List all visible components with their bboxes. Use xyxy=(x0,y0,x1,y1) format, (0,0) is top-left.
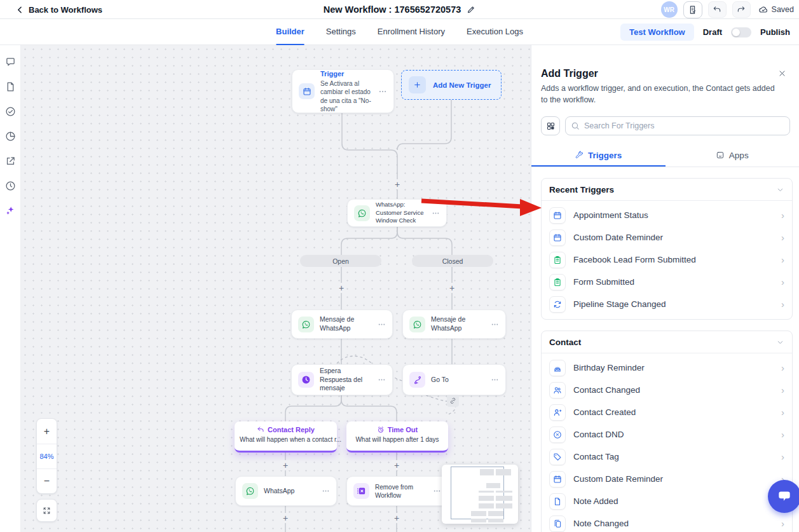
zoom-level: 84% xyxy=(37,444,57,468)
trigger-item-appointment-status[interactable]: Appointment Status xyxy=(542,204,792,226)
add-step-icon[interactable] xyxy=(392,513,402,523)
tab-builder[interactable]: Builder xyxy=(276,19,304,45)
whatsapp-icon xyxy=(354,205,370,221)
external-link-icon[interactable] xyxy=(5,156,16,167)
trigger-item-form-submitted[interactable]: Form Submitted xyxy=(542,271,792,293)
remove-from-workflow-node[interactable]: Remove from Workflow xyxy=(346,476,448,506)
whatsapp-node[interactable]: WhatsApp xyxy=(235,476,337,506)
check-circle-icon[interactable] xyxy=(5,106,16,117)
clipboard-icon xyxy=(549,274,566,290)
trigger-item-pipeline-stage-changed[interactable]: Pipeline Stage Changed xyxy=(542,293,792,315)
close-icon[interactable] xyxy=(778,69,786,78)
history-icon[interactable] xyxy=(5,181,16,191)
tag-icon xyxy=(549,449,566,465)
zoom-out-button[interactable]: − xyxy=(37,468,57,493)
node-menu-icon[interactable] xyxy=(491,376,499,384)
edit-title-icon[interactable] xyxy=(467,5,475,14)
node-label: Mensaje de WhatsApp xyxy=(431,315,485,332)
workflow-title: New Workflow : 1765652720573 xyxy=(324,4,461,15)
users-icon xyxy=(549,382,566,399)
trigger-node[interactable]: Trigger Se Activara al cambiar el estado… xyxy=(292,69,394,113)
trigger-item-note-added[interactable]: Note Added xyxy=(542,490,792,512)
trigger-item-contact-changed[interactable]: Contact Changed xyxy=(542,379,792,401)
remove-square-icon xyxy=(353,483,369,499)
contact-reply-branch-node[interactable]: Contact Reply What will happen when a co… xyxy=(235,421,337,453)
trigger-item-contact-created[interactable]: Contact Created xyxy=(542,401,792,423)
zoom-in-button[interactable]: + xyxy=(37,419,57,444)
save-status: Saved xyxy=(758,4,794,15)
add-new-trigger-label: Add New Trigger xyxy=(433,81,491,89)
chevron-right-icon xyxy=(781,233,784,242)
panel-tab-apps-label: Apps xyxy=(729,151,749,160)
left-rail xyxy=(0,45,21,532)
trigger-item-birthday-reminder[interactable]: Birthday Reminder xyxy=(542,357,792,379)
tools-icon xyxy=(575,151,584,160)
back-to-workflows-button[interactable]: Back to Workflows xyxy=(16,0,102,19)
pie-chart-icon[interactable] xyxy=(5,131,16,142)
time-out-branch-node[interactable]: Time Out What will happen after 1 days xyxy=(346,421,448,453)
minimap[interactable] xyxy=(442,465,518,524)
node-menu-icon[interactable] xyxy=(432,209,440,217)
chat-widget-button[interactable] xyxy=(768,480,799,513)
tab-settings[interactable]: Settings xyxy=(326,19,356,45)
calendar-icon xyxy=(549,207,566,224)
chevron-right-icon xyxy=(781,299,784,309)
trigger-item-note-changed[interactable]: Note Changed xyxy=(542,512,792,532)
node-menu-icon[interactable] xyxy=(378,376,386,384)
trigger-item-contact-tag[interactable]: Contact Tag xyxy=(542,446,792,468)
chevron-right-icon xyxy=(781,363,784,372)
avatar[interactable]: WR xyxy=(661,1,678,18)
node-menu-icon[interactable] xyxy=(491,320,499,329)
trigger-item-custom-date-reminder[interactable]: Custom Date Reminder xyxy=(542,226,792,249)
add-step-icon[interactable] xyxy=(280,460,290,470)
tab-enrollment-history[interactable]: Enrollment History xyxy=(378,19,445,45)
panel-title: Add Trigger xyxy=(541,68,598,79)
grid-view-icon[interactable] xyxy=(541,116,560,135)
section-header[interactable]: Contact xyxy=(542,331,792,353)
undo-button[interactable] xyxy=(708,1,727,18)
saved-label: Saved xyxy=(772,5,794,14)
add-step-icon[interactable] xyxy=(392,179,402,189)
chevron-right-icon xyxy=(781,519,784,528)
publish-toggle[interactable] xyxy=(731,27,751,38)
tab-execution-logs[interactable]: Execution Logs xyxy=(467,19,523,45)
chat-bubble-icon xyxy=(776,488,793,505)
mensaje-whatsapp-node-right[interactable]: Mensaje de WhatsApp xyxy=(402,310,506,339)
workflow-canvas[interactable]: Trigger Se Activara al cambiar el estado… xyxy=(21,45,531,532)
ai-sparkles-icon[interactable] xyxy=(5,205,16,216)
add-new-trigger-button[interactable]: Add New Trigger xyxy=(401,70,502,100)
search-input[interactable] xyxy=(565,116,790,135)
whatsapp-check-node[interactable]: WhatsApp: Customer Service Window Check xyxy=(347,199,447,227)
mensaje-whatsapp-node-left[interactable]: Mensaje de WhatsApp xyxy=(291,310,393,339)
node-menu-icon[interactable] xyxy=(378,320,386,329)
link-slash-icon[interactable] xyxy=(447,395,459,407)
go-to-node[interactable]: Go To xyxy=(402,364,506,395)
add-step-icon[interactable] xyxy=(336,283,346,293)
branch-open-pill[interactable]: Open xyxy=(300,255,381,267)
reply-icon xyxy=(257,426,264,433)
file-icon[interactable] xyxy=(5,81,16,92)
chevron-right-icon xyxy=(781,452,784,461)
tab-bar: Builder Settings Enrollment History Exec… xyxy=(0,19,799,45)
branch-closed-pill[interactable]: Closed xyxy=(412,255,493,267)
panel-tab-triggers[interactable]: Triggers xyxy=(531,145,666,167)
panel-description: Adds a workflow trigger, and on executio… xyxy=(541,83,793,106)
test-workflow-button[interactable]: Test Workflow xyxy=(620,24,694,41)
redo-button[interactable] xyxy=(732,1,751,18)
section-header[interactable]: Recent Triggers xyxy=(542,179,792,201)
chevron-right-icon xyxy=(781,385,784,395)
node-menu-icon[interactable] xyxy=(378,87,387,96)
node-menu-icon[interactable] xyxy=(433,487,441,495)
add-step-icon[interactable] xyxy=(447,283,457,293)
add-step-icon[interactable] xyxy=(280,513,290,523)
chat-icon[interactable] xyxy=(5,57,16,67)
node-menu-icon[interactable] xyxy=(322,487,330,495)
panel-tab-apps[interactable]: Apps xyxy=(666,145,799,167)
workflow-versions-button[interactable] xyxy=(683,1,702,18)
trigger-item-custom-date-reminder-2[interactable]: Custom Date Reminder xyxy=(542,468,792,490)
espera-respuesta-node[interactable]: Espera Respuesta del mensaje xyxy=(291,364,393,395)
trigger-item-contact-dnd[interactable]: Contact DND xyxy=(542,423,792,446)
fullscreen-button[interactable] xyxy=(36,499,57,522)
add-step-icon[interactable] xyxy=(392,460,402,470)
trigger-item-facebook-lead-form[interactable]: Facebook Lead Form Submitted xyxy=(542,249,792,271)
